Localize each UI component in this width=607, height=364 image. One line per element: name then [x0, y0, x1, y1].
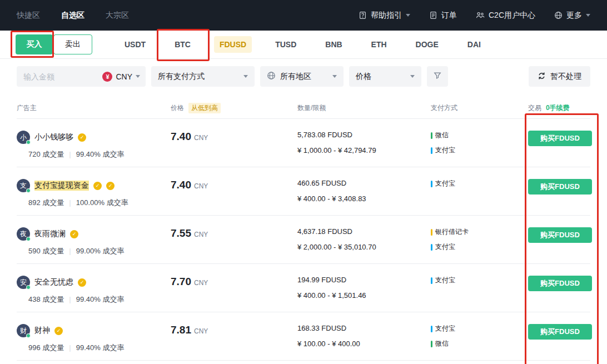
- topnav-item-0[interactable]: 快捷区: [17, 11, 40, 21]
- offer-limit: ¥ 400.00 - ¥ 1,501.46: [297, 291, 431, 300]
- price-currency: CNY: [194, 327, 208, 335]
- globe-icon: [267, 71, 276, 82]
- buy-tab[interactable]: 买入: [16, 34, 53, 54]
- payment-color-bar-icon: [431, 277, 432, 284]
- price-currency: CNY: [194, 182, 208, 190]
- advertiser-name[interactable]: 夜雨微澜: [34, 229, 66, 239]
- funnel-icon: [434, 72, 441, 81]
- action-cell: 购买FDUSD: [528, 227, 590, 263]
- online-status-dot: [26, 140, 31, 144]
- cny-coin-icon: ¥: [102, 72, 112, 82]
- advertiser-avatar: 夜: [17, 227, 30, 241]
- topnav-menu-3[interactable]: 更多: [554, 11, 590, 21]
- offer-price: 7.40: [171, 131, 191, 142]
- coin-tab-usdt[interactable]: USDT: [119, 36, 151, 53]
- filter-button[interactable]: [427, 66, 448, 87]
- payment-cell: 微信支付宝: [431, 131, 528, 167]
- offer-price: 7.40: [171, 179, 191, 191]
- buy-fdusd-button[interactable]: 购买FDUSD: [528, 131, 592, 146]
- offer-row-1: 支支付宝提现资金✓✓892 成交量|100.00% 成交率7.40CNY460.…: [17, 167, 590, 216]
- coin-tab-eth[interactable]: ETH: [366, 36, 392, 53]
- advertiser-avatar: 小: [17, 131, 30, 144]
- payment-method-select[interactable]: 所有支付方式: [151, 66, 255, 87]
- chevron-down-icon: [410, 75, 415, 78]
- payment-cell: 银行借记卡支付宝: [431, 227, 528, 263]
- coin-tab-dai[interactable]: DAI: [462, 36, 486, 53]
- verified-badge-icon: ✓: [106, 182, 115, 190]
- orders-icon: [429, 11, 437, 19]
- payment-method-label: 支付宝: [435, 179, 455, 188]
- payment-method-label: 支付宝: [435, 146, 455, 155]
- secondary-nav: 帮助指引订单C2C用户中心更多: [359, 11, 590, 21]
- topnav-item-1[interactable]: 自选区: [61, 11, 84, 21]
- advertiser-avatar: 支: [17, 179, 30, 192]
- action-cell: 购买FDUSD: [528, 131, 590, 167]
- advertiser-name[interactable]: 小小钱哆哆: [34, 132, 73, 142]
- orders-count: 438 成交量: [28, 295, 64, 303]
- buy-fdusd-button[interactable]: 购买FDUSD: [528, 276, 592, 291]
- payment-method: 银行借记卡: [431, 227, 528, 237]
- amount-filter: ¥ CNY: [17, 66, 146, 87]
- payment-color-bar-icon: [431, 229, 432, 236]
- advertiser-avatar: 安: [17, 276, 30, 289]
- payment-color-bar-icon: [431, 181, 432, 187]
- online-status-dot: [26, 285, 31, 290]
- region-select[interactable]: 所有地区: [260, 66, 344, 87]
- sell-tab[interactable]: 卖出: [53, 34, 92, 54]
- offer-amount: 4,637.18 FDUSD: [297, 227, 431, 236]
- price-cell: 7.70CNY: [171, 276, 297, 312]
- buy-fdusd-button[interactable]: 购买FDUSD: [528, 179, 592, 195]
- payment-cell: 支付宝: [431, 179, 528, 215]
- topnav-item-2[interactable]: 大宗区: [106, 11, 129, 21]
- chevron-down-icon: [406, 14, 410, 17]
- price-cell: 7.40CNY: [171, 179, 297, 215]
- advertiser-name[interactable]: 安全无忧虑: [34, 277, 73, 287]
- topnav-menu-2[interactable]: C2C用户中心: [476, 11, 535, 21]
- payment-method: 支付宝: [431, 179, 528, 188]
- verified-badge-icon: ✓: [70, 230, 78, 238]
- primary-nav: 快捷区自选区大宗区: [17, 11, 129, 21]
- header-price: 价格 从低到高: [171, 103, 297, 113]
- buy-fdusd-button[interactable]: 购买FDUSD: [528, 227, 592, 243]
- completion-rate: 99.40% 成交率: [76, 295, 125, 303]
- coin-tab-fdusd[interactable]: FDUSD: [214, 36, 252, 53]
- payment-method: 支付宝: [431, 146, 528, 155]
- amount-limit-cell: 194.99 FDUSD¥ 400.00 - ¥ 1,501.46: [297, 276, 431, 312]
- offer-row-4: 财财神✓996 成交量|99.40% 成交率7.81CNY168.33 FDUS…: [17, 312, 590, 361]
- payment-color-bar-icon: [431, 326, 432, 332]
- advertiser-name[interactable]: 支付宝提现资金: [34, 181, 89, 191]
- advertiser-avatar: 财: [17, 324, 30, 337]
- topnav-menu-label: 帮助指引: [371, 11, 402, 21]
- top-navigation: 快捷区自选区大宗区 帮助指引订单C2C用户中心更多: [0, 0, 607, 31]
- price-sort-badge[interactable]: 从低到高: [188, 103, 221, 113]
- advertiser-cell: 支支付宝提现资金✓✓892 成交量|100.00% 成交率: [17, 179, 171, 215]
- offer-limit: ¥ 1,000.00 - ¥ 42,794.79: [297, 146, 431, 154]
- completion-rate: 100.00% 成交率: [76, 198, 128, 207]
- coin-tab-bnb[interactable]: BNB: [320, 36, 347, 53]
- refresh-button[interactable]: 暂不处理: [529, 66, 590, 87]
- price-currency: CNY: [194, 231, 208, 238]
- currency-select[interactable]: ¥ CNY: [102, 72, 140, 82]
- sort-select-label: 价格: [356, 72, 371, 82]
- amount-input[interactable]: [23, 72, 102, 81]
- coin-tab-doge[interactable]: DOGE: [410, 36, 444, 53]
- offer-price: 7.70: [171, 276, 191, 287]
- sort-select[interactable]: 价格: [349, 66, 421, 87]
- price-cell: 7.81CNY: [171, 324, 297, 360]
- coin-tab-btc[interactable]: BTC: [169, 36, 196, 53]
- refresh-button-label: 暂不处理: [550, 72, 581, 82]
- buy-fdusd-button[interactable]: 购买FDUSD: [528, 324, 592, 340]
- price-cell: 7.40CNY: [171, 131, 297, 167]
- chevron-down-icon: [332, 75, 337, 78]
- header-payment: 支付方式: [431, 103, 528, 113]
- online-status-dot: [26, 333, 31, 338]
- topnav-menu-0[interactable]: 帮助指引: [359, 11, 410, 21]
- payment-method-label: 微信: [435, 339, 449, 348]
- coin-tab-tusd[interactable]: TUSD: [270, 36, 302, 53]
- payment-method-label: 微信: [435, 131, 449, 140]
- advertiser-name[interactable]: 财神: [34, 326, 50, 336]
- chevron-down-icon: [243, 75, 248, 78]
- region-select-label: 所有地区: [280, 72, 311, 82]
- topnav-menu-1[interactable]: 订单: [429, 11, 457, 21]
- offer-amount: 168.33 FDUSD: [297, 324, 431, 332]
